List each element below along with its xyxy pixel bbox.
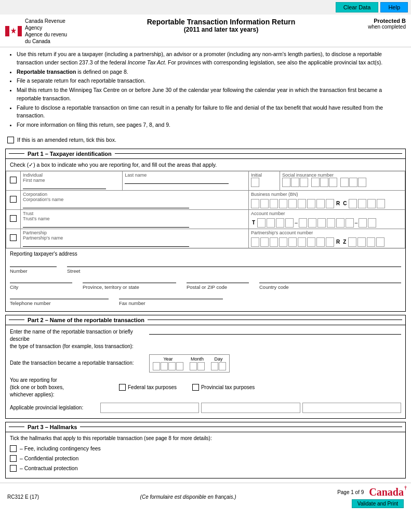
sin-5[interactable] [320, 178, 328, 187]
month-2[interactable] [197, 362, 205, 370]
year-1[interactable] [153, 362, 160, 370]
amended-checkbox[interactable] [7, 137, 14, 143]
partner-checkbox[interactable] [10, 234, 17, 241]
hallmark-instruction: Tick the hallmarks that apply to this re… [10, 435, 401, 441]
acct-5[interactable] [299, 218, 307, 228]
corp-checkbox[interactable] [10, 196, 17, 203]
footer-right: Page 1 of 9 Canada† Validate and Print [337, 486, 404, 508]
bn-rc-3[interactable] [367, 199, 376, 208]
acct-7[interactable] [317, 218, 326, 228]
number-input[interactable] [10, 261, 57, 267]
provincial-checkbox[interactable] [192, 384, 199, 391]
bn-rc-1[interactable] [349, 199, 357, 208]
bn-6[interactable] [298, 199, 306, 208]
acct-10[interactable] [346, 218, 354, 228]
bn-rc-4[interactable] [377, 199, 385, 208]
bn-5[interactable] [288, 199, 297, 208]
amended-row: If this is an amended return, tick this … [0, 135, 411, 145]
provincial-checkbox-label[interactable]: Provincial tax purposes [192, 384, 255, 391]
bn-1[interactable] [251, 199, 259, 208]
acct-9[interactable] [336, 218, 344, 228]
pa-rz-4[interactable] [376, 237, 385, 247]
bn-3[interactable] [270, 199, 278, 208]
pa-9[interactable] [326, 237, 334, 247]
partner-name-input[interactable] [23, 241, 189, 247]
pa-rz-2[interactable] [357, 237, 366, 247]
confidential-checkbox[interactable] [10, 455, 17, 462]
bn-8[interactable] [316, 199, 325, 208]
pa-7[interactable] [307, 237, 315, 247]
corp-name-input[interactable] [23, 202, 189, 208]
day-2[interactable] [219, 362, 226, 370]
sin-7[interactable] [340, 178, 349, 187]
fax-input[interactable] [119, 293, 223, 299]
acct-11[interactable] [359, 218, 367, 228]
part2-content: Enter the name of the reportable transac… [6, 325, 405, 418]
transaction-name-input[interactable] [149, 328, 401, 335]
trust-name-input[interactable] [23, 221, 189, 228]
acct-12[interactable] [368, 218, 376, 228]
year-2[interactable] [161, 362, 168, 370]
account-boxes-row: T – – [251, 218, 403, 228]
individual-checkbox[interactable] [10, 177, 17, 183]
pa-rz-1[interactable] [348, 237, 356, 247]
prov-input-3[interactable] [302, 403, 401, 413]
sin-4[interactable] [311, 178, 320, 187]
initial-box-1[interactable] [251, 178, 259, 187]
sin-3[interactable] [300, 178, 308, 187]
sin-6[interactable] [329, 178, 337, 187]
last-name-input[interactable] [125, 178, 229, 184]
pa-1[interactable] [251, 237, 259, 247]
sin-9[interactable] [358, 178, 366, 187]
prov-input-2[interactable] [201, 403, 300, 413]
first-name-input[interactable] [23, 183, 106, 189]
year-3[interactable] [168, 362, 176, 370]
pa-3[interactable] [270, 237, 278, 247]
telephone-input[interactable] [10, 293, 109, 299]
acct-2[interactable] [267, 218, 275, 228]
number-street-row: Number Street [10, 261, 401, 274]
contractual-checkbox[interactable] [10, 465, 17, 472]
bn-rc-2[interactable] [358, 199, 366, 208]
bn-label: Business number (BN) [251, 192, 403, 197]
french-note: (Ce formulaire est disponible en françai… [140, 494, 236, 500]
acct-1[interactable] [257, 218, 266, 228]
month-1[interactable] [190, 362, 197, 370]
help-button[interactable]: Help [380, 2, 408, 12]
day-1[interactable] [211, 362, 218, 370]
acct-3[interactable] [276, 218, 284, 228]
bn-4[interactable] [279, 199, 287, 208]
postal-label: Postal or ZIP code [187, 284, 254, 290]
pa-5[interactable] [288, 237, 297, 247]
sin-8[interactable] [349, 178, 357, 187]
pa-8[interactable] [316, 237, 325, 247]
initial-boxes [251, 178, 277, 187]
postal-input[interactable] [187, 277, 249, 283]
pa-2[interactable] [260, 237, 269, 247]
trust-checkbox[interactable] [10, 215, 17, 222]
city-input[interactable] [10, 277, 72, 283]
prov-input-1[interactable] [100, 403, 199, 413]
sin-1[interactable] [282, 178, 290, 187]
clear-data-button[interactable]: Clear Data [336, 2, 379, 12]
svg-rect-2 [18, 26, 22, 36]
street-input[interactable] [67, 261, 401, 267]
acct-6[interactable] [308, 218, 316, 228]
sin-2[interactable] [291, 178, 299, 187]
bn-9[interactable] [326, 199, 334, 208]
pa-rz-3[interactable] [367, 237, 375, 247]
federal-checkbox-label[interactable]: Federal tax purposes [119, 384, 177, 391]
bn-2[interactable] [260, 199, 269, 208]
acct-8[interactable] [327, 218, 335, 228]
pa-4[interactable] [279, 237, 287, 247]
fee-checkbox[interactable] [10, 445, 17, 452]
bn-7[interactable] [307, 199, 315, 208]
federal-checkbox[interactable] [119, 384, 126, 391]
pa-6[interactable] [298, 237, 306, 247]
country-input[interactable] [259, 277, 401, 283]
province-input[interactable] [83, 277, 176, 283]
validate-print-button[interactable]: Validate and Print [352, 499, 404, 508]
acct-4[interactable] [285, 218, 294, 228]
hallmark-fee-item: – Fee, including contingency fees [10, 445, 401, 452]
year-4[interactable] [176, 362, 183, 370]
